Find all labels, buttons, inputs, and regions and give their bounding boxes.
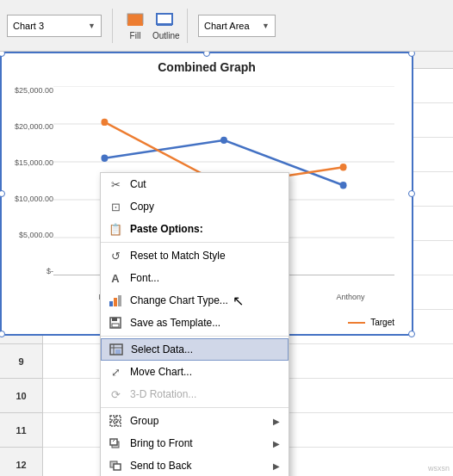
row-header-11: 11 [0, 413, 42, 448]
svg-point-13 [101, 119, 108, 126]
save-template-icon [108, 315, 123, 331]
select-data-icon [109, 342, 124, 357]
menu-label-bring-to-front: Bring to Front [130, 437, 266, 449]
y-label-15k: $15,000.00 [15, 158, 53, 167]
svg-rect-3 [157, 23, 172, 26]
svg-rect-28 [116, 416, 121, 420]
x-label-anthony: Anthony [336, 293, 364, 301]
chart-name-text: Chart 3 [13, 21, 88, 31]
menu-item-group[interactable]: Group ▶ [101, 410, 289, 432]
chart-name-dropdown-icon[interactable]: ▼ [88, 22, 96, 30]
spreadsheet-area: A B 1 2 3 4 5 6 7 8 9 10 11 12 13 [0, 52, 453, 476]
menu-item-select-data[interactable]: Select Data... [101, 338, 289, 361]
reset-icon: ↺ [108, 248, 123, 263]
svg-rect-18 [114, 298, 117, 306]
menu-separator-2 [101, 336, 289, 337]
toolbar: Chart 3 ▼ Fill Outline Chart A [0, 0, 453, 52]
menu-separator-1 [101, 242, 289, 243]
svg-rect-19 [118, 295, 121, 306]
chart-legend: Target [348, 318, 394, 327]
menu-label-send-to-back: Send to Back [130, 460, 266, 472]
send-back-icon [108, 458, 123, 473]
y-label-25k: $25,000.00 [15, 86, 53, 95]
group-icon [108, 413, 123, 429]
chart-area-arrow-icon: ▼ [262, 22, 270, 30]
watermark: wsxsn [428, 464, 450, 473]
svg-rect-35 [114, 464, 121, 470]
bring-front-submenu-arrow: ▶ [273, 439, 280, 448]
menu-label-select-data: Select Data... [131, 343, 279, 355]
y-label-20k: $20,000.00 [15, 122, 53, 131]
send-back-submenu-arrow: ▶ [273, 461, 280, 471]
menu-item-copy[interactable]: ⊡ Copy [101, 195, 289, 218]
row-header-9: 9 [0, 344, 42, 379]
legend-line-target [348, 322, 365, 324]
menu-item-cut[interactable]: ✂ Cut [101, 173, 289, 195]
menu-item-change-chart-type[interactable]: Change Chart Type... [101, 289, 289, 312]
fill-label: Fill [123, 31, 147, 40]
context-menu: ✂ Cut ⊡ Copy 📋 Paste Options: ↺ Reset to… [100, 172, 289, 476]
chart-name-box[interactable]: Chart 3 ▼ [7, 15, 102, 37]
svg-point-10 [101, 155, 108, 162]
handle-br[interactable] [408, 331, 415, 337]
menu-label-group: Group [130, 415, 266, 427]
chart-area-select[interactable]: Chart Area ▼ [198, 15, 276, 37]
svg-rect-29 [110, 422, 115, 426]
menu-item-bring-to-front[interactable]: Bring to Front ▶ [101, 432, 289, 454]
menu-label-save-as-template: Save as Template... [130, 317, 280, 329]
menu-label-font: Font... [130, 272, 280, 284]
fill-icon[interactable] [123, 10, 147, 29]
outline-icon[interactable] [152, 10, 177, 29]
menu-item-font[interactable]: A Font... [101, 267, 289, 289]
chart-type-icon [108, 293, 123, 308]
menu-item-move-chart[interactable]: ⤢ Move Chart... [101, 361, 289, 383]
menu-item-send-to-back[interactable]: Send to Back ▶ [101, 454, 289, 476]
move-chart-icon: ⤢ [108, 364, 123, 380]
svg-point-15 [340, 164, 347, 170]
cut-icon: ✂ [108, 176, 123, 192]
bring-front-icon [108, 436, 123, 451]
menu-separator-3 [101, 407, 289, 408]
toolbar-separator-2 [187, 9, 188, 43]
legend-label-target: Target [370, 318, 394, 327]
svg-rect-22 [112, 324, 119, 327]
svg-rect-26 [115, 349, 121, 354]
svg-rect-1 [127, 23, 143, 26]
svg-rect-2 [157, 14, 172, 24]
copy-icon: ⊡ [108, 199, 123, 214]
menu-label-3d-rotation: 3-D Rotation... [130, 388, 280, 400]
svg-point-12 [340, 182, 347, 189]
row-header-12: 12 [0, 448, 42, 476]
fill-outline-group: Fill Outline [123, 10, 177, 40]
y-label-5k: $5,000.00 [19, 231, 53, 239]
menu-label-paste-options: Paste Options: [130, 223, 280, 235]
svg-rect-27 [110, 416, 115, 420]
menu-item-3d-rotation: ⟳ 3-D Rotation... [101, 383, 289, 405]
toolbar-separator [112, 9, 113, 43]
menu-label-cut: Cut [130, 178, 280, 190]
paste-icon: 📋 [108, 221, 123, 237]
group-submenu-arrow: ▶ [273, 417, 280, 426]
svg-rect-30 [116, 422, 121, 426]
menu-label-move-chart: Move Chart... [130, 366, 280, 378]
row-header-10: 10 [0, 379, 42, 413]
svg-point-11 [220, 137, 227, 144]
font-icon: A [108, 270, 123, 286]
3d-rotation-icon: ⟳ [108, 386, 123, 402]
chart-area-label: Chart Area [204, 21, 258, 31]
svg-rect-17 [109, 301, 113, 306]
menu-label-copy: Copy [130, 201, 280, 213]
y-axis: $25,000.00 $20,000.00 $15,000.00 $10,000… [3, 86, 53, 275]
menu-label-change-chart-type: Change Chart Type... [130, 294, 280, 306]
chart-title: Combined Graph [2, 53, 412, 77]
menu-label-reset-match-style: Reset to Match Style [130, 250, 280, 262]
menu-item-paste-options[interactable]: 📋 Paste Options: [101, 218, 289, 240]
svg-rect-21 [112, 318, 117, 321]
menu-item-save-as-template[interactable]: Save as Template... [101, 312, 289, 334]
y-label-0: $- [47, 267, 53, 275]
svg-rect-32 [110, 439, 117, 445]
svg-rect-0 [127, 14, 143, 24]
y-label-10k: $10,000.00 [15, 195, 53, 203]
outline-label: Outline [152, 31, 177, 40]
menu-item-reset-match-style[interactable]: ↺ Reset to Match Style [101, 244, 289, 267]
